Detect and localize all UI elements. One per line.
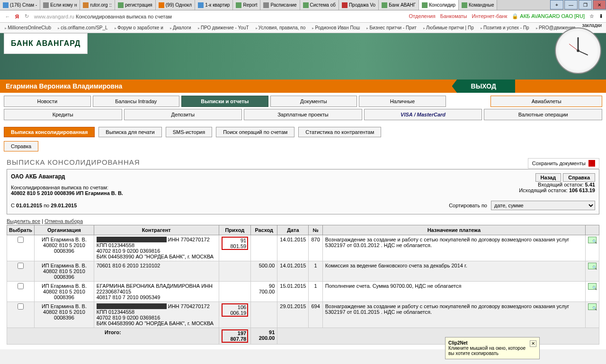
reload-button[interactable]: ↻ xyxy=(22,12,31,21)
bookmark-item[interactable]: cis.oriflame.com/SP_L xyxy=(55,24,111,31)
select-all-link[interactable]: Выделить все xyxy=(7,218,40,224)
clip2net-close-icon[interactable]: ✕ xyxy=(530,340,536,347)
url-display[interactable]: www.avangard.ru Консолидированная выписк… xyxy=(31,14,175,19)
internet-bank-link[interactable]: Интернет-банк xyxy=(472,13,508,19)
cell-organization: ИП Егармина В. В. 40802 810 5 2010 00083… xyxy=(35,302,94,328)
svg-line-1 xyxy=(578,51,588,55)
browser-tab[interactable]: Консолидир xyxy=(419,0,459,10)
browser-tab[interactable]: Расписание xyxy=(260,0,300,10)
browser-tab[interactable]: (176) Спам - xyxy=(0,0,40,10)
bookmark-item[interactable]: Позитив и успех - Пр xyxy=(478,24,532,31)
bookmark-item[interactable]: Диалоги xyxy=(167,24,194,31)
atms-link[interactable]: Банкоматы xyxy=(440,13,467,19)
nav-button[interactable]: Документы xyxy=(270,96,357,107)
row-detail-icon[interactable] xyxy=(588,237,597,243)
tab-favicon-icon xyxy=(263,2,269,8)
save-documents-button[interactable]: Сохранить документы xyxy=(528,158,599,169)
date-to: 29.01.2015 xyxy=(51,203,77,208)
browser-tab[interactable]: Командные xyxy=(459,0,497,10)
sort-select[interactable]: дате, сумме xyxy=(491,201,595,210)
clock-widget xyxy=(555,27,601,74)
cell-organization: ИП Егармина В. В. 40802 810 5 2010 00083… xyxy=(35,282,94,302)
bookmark-star-icon[interactable]: ☆ xyxy=(589,13,594,19)
browser-tab[interactable]: Report xyxy=(233,0,260,10)
subnav-help-button[interactable]: Справка xyxy=(4,141,38,151)
clip2net-popup: ✕ Clip2Net Кликните мышкой на окно, кото… xyxy=(445,337,540,359)
table-header: Дата xyxy=(277,225,309,235)
yandex-button[interactable]: Я xyxy=(12,12,22,21)
logout-button[interactable]: ВЫХОД xyxy=(452,80,515,93)
cell-number: 694 xyxy=(309,302,322,328)
cell-counterparty: ЕГАРМИНА ВЕРОНИКА ВЛАДИМИРОВНА ИНН 22230… xyxy=(94,282,219,302)
bookmark-item[interactable]: Условия, правила, по xyxy=(253,24,309,31)
cell-purpose: Вознаграждение за создание и работу с се… xyxy=(322,302,585,328)
browser-tab[interactable]: Продажа Vo xyxy=(339,0,379,10)
back-button-page[interactable]: Назад xyxy=(535,173,561,182)
browser-tab[interactable]: rutor.org :: xyxy=(80,0,115,10)
row-detail-icon[interactable] xyxy=(588,283,597,290)
window-controls: + — ❐ ✕ xyxy=(549,0,606,10)
deselect-link[interactable]: Отмена выбора xyxy=(45,218,83,224)
user-bar: Егармина Вероника Владимировна ВЫХОД xyxy=(0,80,606,93)
bookmark-item[interactable]: Любимые притчи | Пр xyxy=(420,24,477,31)
nav-button[interactable]: VISA / MasterCard xyxy=(364,109,482,120)
nav-button[interactable]: Наличные xyxy=(359,96,446,107)
bookmark-item[interactable]: Родионов Иван Пош xyxy=(309,24,363,31)
browser-tab[interactable]: Если кому н xyxy=(40,0,80,10)
nav-button[interactable]: Депозиты xyxy=(124,109,242,120)
bookmark-item[interactable]: MillionersOnlineClub xyxy=(2,24,54,31)
row-checkbox[interactable] xyxy=(18,263,24,269)
bookmark-item[interactable]: Форум о заработке и xyxy=(112,24,166,31)
date-from: 01.01.2015 xyxy=(16,203,42,208)
row-checkbox[interactable] xyxy=(18,303,24,310)
nav-button[interactable]: Авиабилеты xyxy=(490,96,602,107)
row-detail-icon[interactable] xyxy=(588,263,597,269)
browser-tab[interactable]: 1-к квартир xyxy=(195,0,233,10)
cell-expense: 500.00 xyxy=(251,261,277,282)
bank-logo: БАНК АВАНГАРД xyxy=(4,33,88,54)
date-from-label: С xyxy=(11,203,15,208)
url-page-title: Консолидированная выписка по счетам xyxy=(76,14,172,19)
branches-link[interactable]: Отделения xyxy=(409,13,436,19)
back-button[interactable]: ← xyxy=(3,12,12,21)
cell-counterparty: ООО "Орифлэйм Косметикс" ИНН 7704270172 … xyxy=(94,235,219,261)
subnav-button[interactable]: SMS-история xyxy=(166,127,212,137)
browser-tab[interactable]: Банк АВАНГ xyxy=(379,0,419,10)
tab-label: Банк АВАНГ xyxy=(389,2,416,8)
close-window-button[interactable]: ✕ xyxy=(593,0,606,9)
bookmark-item[interactable]: Бизнес притчи - Прит xyxy=(364,24,419,31)
row-detail-icon[interactable] xyxy=(588,303,597,310)
nav-button[interactable]: Выписки и отчеты xyxy=(181,96,268,107)
maximize-button[interactable]: ❐ xyxy=(579,0,592,9)
security-indicator[interactable]: 🔒 АКБ AVANGARD OAO [RU] xyxy=(512,13,585,19)
table-header: Расход xyxy=(251,225,277,235)
subnav-button[interactable]: Поиск операций по счетам xyxy=(216,127,294,137)
bookmark-item[interactable]: ПРО движение - YouT xyxy=(195,24,252,31)
nav-button[interactable]: Зарплатные проекты xyxy=(244,109,362,120)
bank-banner: БАНК АВАНГАРД xyxy=(0,33,606,80)
help-button-page[interactable]: Справка xyxy=(563,173,595,182)
subnav-button[interactable]: Статистика по контрагентам xyxy=(298,127,381,137)
transactions-table: ВыбратьОрганизацияКонтрагентПриходРасход… xyxy=(7,225,599,345)
download-icon[interactable]: ⬇ xyxy=(599,13,603,19)
new-tab-button[interactable]: + xyxy=(550,0,563,9)
cell-date: 14.01.2015 xyxy=(277,235,309,261)
nav-button[interactable]: Кредиты xyxy=(4,109,122,120)
subnav-button[interactable]: Выписка для печати xyxy=(98,127,161,137)
minimize-button[interactable]: — xyxy=(564,0,578,9)
cell-purpose: Комиссия за ведение банковского счета за… xyxy=(322,261,585,282)
nav-button[interactable]: Балансы Intraday xyxy=(93,96,180,107)
browser-tab[interactable]: регистрация xyxy=(115,0,156,10)
tab-label: Report xyxy=(243,2,257,8)
url-domain: www.avangard.ru xyxy=(34,14,74,19)
table-header: Организация xyxy=(35,225,94,235)
nav-button[interactable]: Валютные операции xyxy=(484,109,602,120)
row-checkbox[interactable] xyxy=(18,237,24,243)
nav-button[interactable]: Новости xyxy=(4,96,91,107)
row-checkbox[interactable] xyxy=(18,283,24,289)
browser-tab[interactable]: Система об xyxy=(300,0,339,10)
total-out: 91 200.00 xyxy=(251,328,277,345)
subnav-button[interactable]: Выписка консолидированная xyxy=(4,127,95,137)
browser-tab[interactable]: (99) Однокл xyxy=(156,0,195,10)
tab-favicon-icon xyxy=(382,2,387,8)
